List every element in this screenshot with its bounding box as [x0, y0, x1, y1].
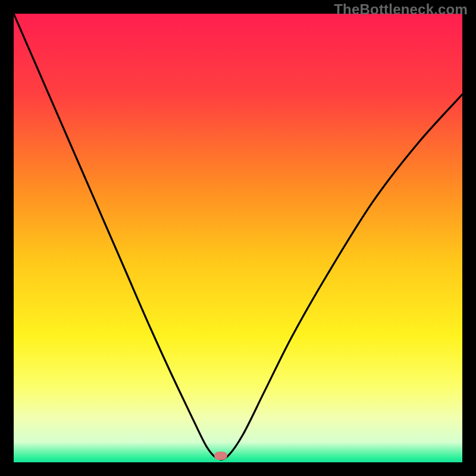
chart-container: TheBottleneck.com [0, 0, 476, 476]
watermark-text: TheBottleneck.com [334, 1, 468, 18]
optimum-marker [214, 452, 227, 460]
curve-line [14, 14, 462, 462]
plot-area [14, 14, 462, 462]
